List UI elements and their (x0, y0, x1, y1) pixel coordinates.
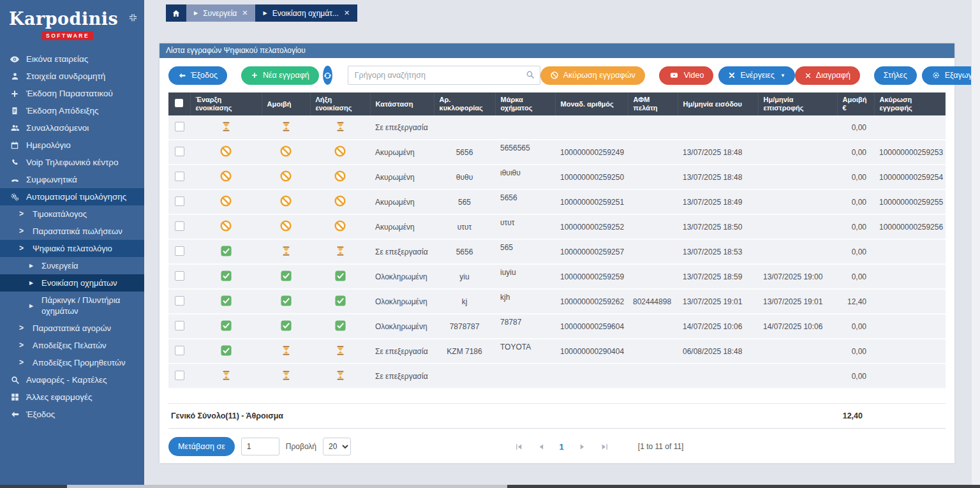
tab-close-icon[interactable]: ✕ (242, 9, 248, 17)
column-header-10[interactable]: Αμοιβή € (837, 92, 874, 115)
unique-number-cell: 100000000259250 (555, 165, 628, 189)
tab-1[interactable]: ▶Ενοικίαση οχημάτ...✕ (255, 4, 357, 22)
table-row-4[interactable]: Ακυρωμένηυτυτυτυτ10000000025925213/07/20… (168, 214, 946, 239)
column-header-1[interactable]: Αμοιβή (262, 92, 310, 115)
sidebar-item-20[interactable]: Έξοδος (0, 406, 144, 423)
column-header-3[interactable]: Κατάσταση (370, 92, 434, 115)
row-checkbox[interactable] (175, 172, 184, 181)
sidebar-item-12[interactable]: ▶Συνεργεία (0, 257, 144, 274)
sidebar-item-13[interactable]: ▶Ενοικίαση οχημάτων (0, 274, 144, 292)
sidebar-item-1[interactable]: Στοιχεία συνδρομητή (0, 68, 144, 85)
sidebar-item-16[interactable]: >Αποδείξεις Πελατών (0, 337, 144, 354)
tab-0[interactable]: ▶Συνεργεία✕ (186, 4, 255, 22)
column-header-9[interactable]: Ημ/μηνία επιστροφής (758, 92, 837, 115)
table-row-6[interactable]: Ολοκληρωμένηyiuiuyiu10000000025925913/07… (168, 264, 946, 289)
last-page-icon[interactable] (600, 443, 609, 451)
first-page-icon[interactable] (515, 443, 523, 451)
table-row-10[interactable]: Σε επεξεργασία0,00 (168, 364, 946, 388)
table-row-5[interactable]: Σε επεξεργασία565656510000000025925713/0… (168, 239, 946, 264)
rental-start-cell (190, 264, 262, 289)
goto-page-input[interactable] (241, 438, 279, 455)
select-all-checkbox[interactable] (168, 92, 190, 115)
home-icon (172, 9, 181, 18)
vat-cell (628, 339, 678, 364)
sidebar-item-9[interactable]: >Τιμοκατάλογος (0, 205, 144, 223)
column-header-8[interactable]: Ημ/μηνία εισόδου (678, 92, 758, 115)
search-icon (9, 375, 20, 385)
rental-end-cell (310, 364, 370, 388)
fee-cell: 0,00 (837, 115, 874, 140)
fee-status-cell (262, 364, 310, 388)
columns-button[interactable]: Στήλες (874, 66, 917, 85)
column-header-4[interactable]: Αρ. κυκλοφορίας (434, 92, 495, 115)
table-row-8[interactable]: Ολοκληρωμένη7878787787871000000002596041… (168, 314, 946, 339)
row-checkbox[interactable] (175, 147, 184, 156)
row-checkbox[interactable] (175, 271, 184, 281)
tab-close-icon[interactable]: ✕ (344, 9, 350, 17)
sidebar-item-17[interactable]: >Αποδείξεις Προμηθευτών (0, 354, 144, 371)
sidebar-item-14[interactable]: ▶Πάρκινγκ / Πλυντήρια οχημάτων (0, 292, 144, 320)
next-page-icon[interactable] (578, 443, 586, 451)
hourglass-icon (335, 369, 346, 381)
entry-date-cell: 13/07/2025 18:53 (678, 239, 758, 264)
current-page[interactable]: 1 (560, 442, 564, 452)
fee-cell: 0,00 (837, 140, 874, 165)
sidebar-item-3[interactable]: Έκδοση Απόδειξης (0, 102, 144, 119)
column-header-2[interactable]: Λήξη ενοικίασης (310, 92, 370, 115)
return-date-cell (758, 140, 837, 165)
video-button[interactable]: Video (659, 66, 714, 85)
row-checkbox[interactable] (175, 221, 184, 231)
sidebar-item-8[interactable]: Αυτοματισμοί τιμολόγησης (0, 188, 144, 205)
sidebar-item-0[interactable]: Εικόνα εταιρείας (0, 50, 144, 68)
scrollbar-track[interactable] (971, 0, 980, 485)
row-checkbox[interactable] (175, 346, 184, 355)
column-header-6[interactable]: Μοναδ. αριθμός (555, 92, 628, 115)
column-header-11[interactable]: Ακύρωση εγγραφής (874, 92, 946, 115)
refresh-button[interactable] (323, 66, 332, 85)
grand-total-label: Γενικό Σύνολο(11) - Άθροισμα (171, 411, 283, 420)
prev-page-icon[interactable] (537, 443, 546, 451)
sidebar-item-7[interactable]: Συμφωνητικά (0, 171, 144, 188)
sidebar-item-11[interactable]: >Ψηφιακό πελατολόγιο (0, 240, 144, 257)
column-header-0[interactable]: Έναρξη ενοικίασης (190, 92, 262, 115)
sidebar-item-4[interactable]: Συναλλασόμενοι (0, 119, 144, 137)
tab-home[interactable] (166, 4, 186, 22)
actions-button[interactable]: Ενέργειες ▼ (718, 66, 794, 85)
chevron-right-icon: > (19, 340, 27, 351)
sidebar-item-15[interactable]: >Παραστατικά αγορών (0, 320, 144, 337)
tools-icon (728, 71, 736, 79)
table-row-2[interactable]: Ακυρωμένηθυθυιθυιθυ10000000025925013/07/… (168, 165, 946, 189)
page-size-select[interactable]: 20 (323, 438, 351, 455)
column-header-5[interactable]: Μάρκα οχήματος (495, 92, 555, 115)
row-checkbox[interactable] (175, 246, 184, 256)
row-checkbox[interactable] (175, 371, 184, 380)
exit-button[interactable]: Έξοδος (168, 66, 227, 85)
search-input[interactable] (348, 66, 540, 85)
table-row-0[interactable]: Σε επεξεργασία0,00 (168, 115, 946, 140)
row-checkbox[interactable] (175, 122, 184, 131)
sidebar-item-6[interactable]: Voip Τηλεφωνικό κέντρο (0, 154, 144, 171)
hourglass-icon (221, 369, 232, 381)
goto-page-button[interactable]: Μετάβαση σε (168, 437, 235, 456)
sidebar-item-10[interactable]: >Παραστατικά πωλήσεων (0, 223, 144, 240)
row-checkbox[interactable] (175, 296, 184, 306)
sidebar-item-2[interactable]: Έκδοση Παραστατικού (0, 85, 144, 102)
sidebar-item-5[interactable]: Ημερολόγιο (0, 137, 144, 154)
row-checkbox[interactable] (175, 321, 184, 330)
sidebar-item-label: Ημερολόγιο (26, 140, 71, 151)
sidebar-item-19[interactable]: Άλλες εφαρμογές (0, 388, 144, 406)
sidebar-item-18[interactable]: Αναφορές - Καρτέλες (0, 371, 144, 388)
cancel-records-button[interactable]: Ακύρωση εγγραφών (540, 66, 645, 85)
table-row-7[interactable]: Ολοκληρωμένηkjkjh10000000025926280244489… (168, 289, 946, 314)
delete-button[interactable]: Διαγραφή (795, 66, 860, 85)
row-checkbox[interactable] (175, 196, 184, 206)
collapse-sidebar-icon[interactable] (128, 13, 138, 22)
hourglass-icon (281, 369, 292, 381)
column-header-7[interactable]: ΑΦΜ πελάτη (628, 92, 678, 115)
return-date-cell (758, 364, 837, 388)
table-row-1[interactable]: Ακυρωμένη5656565656510000000025924913/07… (168, 140, 946, 165)
table-row-9[interactable]: Σε επεξεργασίαKZM 7186TOYOTA100000000290… (168, 339, 946, 364)
table-row-3[interactable]: Ακυρωμένη565565610000000025925113/07/202… (168, 189, 946, 214)
new-record-button[interactable]: Νέα εγγραφή (241, 66, 319, 85)
sidebar-item-label: Voip Τηλεφωνικό κέντρο (26, 157, 119, 168)
